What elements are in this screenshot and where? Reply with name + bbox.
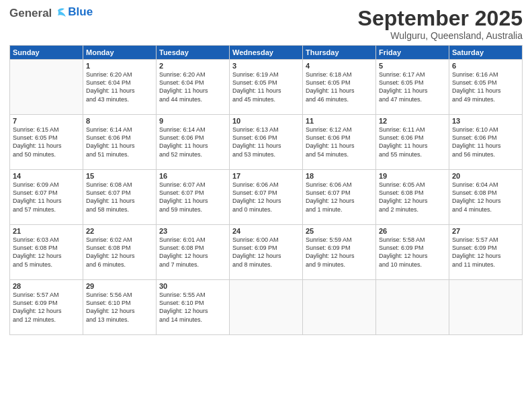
day-number: 9 <box>159 117 226 125</box>
sun-info: Sunrise: 6:11 AM Sunset: 6:06 PM Dayligh… <box>379 126 446 158</box>
calendar-table: Sunday Monday Tuesday Wednesday Thursday… <box>9 45 523 335</box>
day-number: 24 <box>232 227 300 235</box>
table-row: 19Sunrise: 6:05 AM Sunset: 6:08 PM Dayli… <box>376 170 449 225</box>
calendar-week-5: 28Sunrise: 5:57 AM Sunset: 6:09 PM Dayli… <box>10 280 523 335</box>
calendar-week-3: 14Sunrise: 6:09 AM Sunset: 6:07 PM Dayli… <box>10 170 523 225</box>
table-row: 12Sunrise: 6:11 AM Sunset: 6:06 PM Dayli… <box>376 115 449 170</box>
table-row: 9Sunrise: 6:14 AM Sunset: 6:06 PM Daylig… <box>157 115 230 170</box>
table-row: 24Sunrise: 6:00 AM Sunset: 6:09 PM Dayli… <box>230 225 303 280</box>
page: General Blue September 2025 Wulguru, Que… <box>0 0 532 411</box>
day-number: 12 <box>379 117 446 125</box>
sun-info: Sunrise: 6:17 AM Sunset: 6:05 PM Dayligh… <box>379 71 446 103</box>
month-title: September 2025 <box>358 7 523 30</box>
day-number: 22 <box>86 227 153 235</box>
logo-general: General <box>9 7 52 20</box>
day-number: 13 <box>452 117 519 125</box>
day-number: 10 <box>232 117 300 125</box>
sun-info: Sunrise: 5:58 AM Sunset: 6:09 PM Dayligh… <box>379 236 446 269</box>
logo-bird-icon <box>52 7 67 19</box>
day-number: 15 <box>86 172 153 180</box>
day-number: 5 <box>379 62 446 70</box>
day-number: 20 <box>452 172 519 180</box>
table-row: 16Sunrise: 6:07 AM Sunset: 6:07 PM Dayli… <box>157 170 230 225</box>
header: General Blue September 2025 Wulguru, Que… <box>9 7 523 41</box>
day-number: 1 <box>86 62 153 70</box>
table-row: 26Sunrise: 5:58 AM Sunset: 6:09 PM Dayli… <box>376 225 449 280</box>
table-row <box>10 60 83 115</box>
day-number: 17 <box>232 172 300 180</box>
table-row: 27Sunrise: 5:57 AM Sunset: 6:09 PM Dayli… <box>449 225 523 280</box>
sun-info: Sunrise: 6:06 AM Sunset: 6:07 PM Dayligh… <box>306 181 373 214</box>
sun-info: Sunrise: 6:09 AM Sunset: 6:07 PM Dayligh… <box>13 181 80 214</box>
table-row: 6Sunrise: 6:16 AM Sunset: 6:05 PM Daylig… <box>449 60 523 115</box>
table-row: 28Sunrise: 5:57 AM Sunset: 6:09 PM Dayli… <box>10 280 83 335</box>
col-friday: Friday <box>376 46 449 60</box>
table-row: 13Sunrise: 6:10 AM Sunset: 6:06 PM Dayli… <box>449 115 523 170</box>
table-row: 8Sunrise: 6:14 AM Sunset: 6:06 PM Daylig… <box>83 115 157 170</box>
table-row: 10Sunrise: 6:13 AM Sunset: 6:06 PM Dayli… <box>230 115 303 170</box>
calendar-week-1: 1Sunrise: 6:20 AM Sunset: 6:04 PM Daylig… <box>10 60 523 115</box>
logo-container: General Blue <box>9 7 93 20</box>
col-sunday: Sunday <box>10 46 83 60</box>
sun-info: Sunrise: 6:06 AM Sunset: 6:07 PM Dayligh… <box>232 181 300 214</box>
sun-info: Sunrise: 6:20 AM Sunset: 6:04 PM Dayligh… <box>159 71 226 103</box>
day-number: 4 <box>306 62 373 70</box>
sun-info: Sunrise: 6:14 AM Sunset: 6:06 PM Dayligh… <box>86 126 153 158</box>
sun-info: Sunrise: 6:13 AM Sunset: 6:06 PM Dayligh… <box>232 126 300 158</box>
day-number: 16 <box>159 172 226 180</box>
table-row: 14Sunrise: 6:09 AM Sunset: 6:07 PM Dayli… <box>10 170 83 225</box>
table-row: 18Sunrise: 6:06 AM Sunset: 6:07 PM Dayli… <box>303 170 376 225</box>
table-row: 17Sunrise: 6:06 AM Sunset: 6:07 PM Dayli… <box>230 170 303 225</box>
day-number: 19 <box>379 172 446 180</box>
sun-info: Sunrise: 6:00 AM Sunset: 6:09 PM Dayligh… <box>232 236 300 269</box>
table-row: 29Sunrise: 5:56 AM Sunset: 6:10 PM Dayli… <box>83 280 157 335</box>
col-thursday: Thursday <box>303 46 376 60</box>
table-row: 22Sunrise: 6:02 AM Sunset: 6:08 PM Dayli… <box>83 225 157 280</box>
table-row <box>376 280 449 335</box>
sun-info: Sunrise: 6:07 AM Sunset: 6:07 PM Dayligh… <box>159 181 226 214</box>
table-row: 15Sunrise: 6:08 AM Sunset: 6:07 PM Dayli… <box>83 170 157 225</box>
sun-info: Sunrise: 6:18 AM Sunset: 6:05 PM Dayligh… <box>306 71 373 103</box>
calendar-week-2: 7Sunrise: 6:15 AM Sunset: 6:05 PM Daylig… <box>10 115 523 170</box>
day-number: 7 <box>13 117 80 125</box>
day-number: 11 <box>306 117 373 125</box>
table-row <box>230 280 303 335</box>
table-row: 21Sunrise: 6:03 AM Sunset: 6:08 PM Dayli… <box>10 225 83 280</box>
sun-info: Sunrise: 6:16 AM Sunset: 6:05 PM Dayligh… <box>452 71 519 103</box>
table-row: 25Sunrise: 5:59 AM Sunset: 6:09 PM Dayli… <box>303 225 376 280</box>
table-row: 23Sunrise: 6:01 AM Sunset: 6:08 PM Dayli… <box>157 225 230 280</box>
table-row: 20Sunrise: 6:04 AM Sunset: 6:08 PM Dayli… <box>449 170 523 225</box>
day-number: 14 <box>13 172 80 180</box>
day-number: 23 <box>159 227 226 235</box>
sun-info: Sunrise: 6:15 AM Sunset: 6:05 PM Dayligh… <box>13 126 80 158</box>
sun-info: Sunrise: 6:04 AM Sunset: 6:08 PM Dayligh… <box>452 181 519 214</box>
table-row: 3Sunrise: 6:19 AM Sunset: 6:05 PM Daylig… <box>230 60 303 115</box>
sun-info: Sunrise: 5:57 AM Sunset: 6:09 PM Dayligh… <box>452 236 519 269</box>
col-saturday: Saturday <box>449 46 523 60</box>
sun-info: Sunrise: 6:10 AM Sunset: 6:06 PM Dayligh… <box>452 126 519 158</box>
day-number: 30 <box>159 282 226 290</box>
table-row <box>449 280 523 335</box>
table-row: 5Sunrise: 6:17 AM Sunset: 6:05 PM Daylig… <box>376 60 449 115</box>
day-number: 18 <box>306 172 373 180</box>
table-row <box>303 280 376 335</box>
day-number: 27 <box>452 227 519 235</box>
sun-info: Sunrise: 5:55 AM Sunset: 6:10 PM Dayligh… <box>159 291 226 324</box>
table-row: 4Sunrise: 6:18 AM Sunset: 6:05 PM Daylig… <box>303 60 376 115</box>
sun-info: Sunrise: 5:57 AM Sunset: 6:09 PM Dayligh… <box>13 291 80 324</box>
table-row: 2Sunrise: 6:20 AM Sunset: 6:04 PM Daylig… <box>157 60 230 115</box>
day-number: 6 <box>452 62 519 70</box>
day-number: 29 <box>86 282 153 290</box>
table-row: 1Sunrise: 6:20 AM Sunset: 6:04 PM Daylig… <box>83 60 157 115</box>
logo-blue: Blue <box>68 5 93 19</box>
subtitle: Wulguru, Queensland, Australia <box>358 30 523 41</box>
sun-info: Sunrise: 6:14 AM Sunset: 6:06 PM Dayligh… <box>159 126 226 158</box>
day-number: 26 <box>379 227 446 235</box>
day-number: 28 <box>13 282 80 290</box>
logo-area: General Blue <box>9 7 93 20</box>
col-wednesday: Wednesday <box>230 46 303 60</box>
col-monday: Monday <box>83 46 157 60</box>
sun-info: Sunrise: 6:08 AM Sunset: 6:07 PM Dayligh… <box>86 181 153 214</box>
day-number: 21 <box>13 227 80 235</box>
day-number: 2 <box>159 62 226 70</box>
